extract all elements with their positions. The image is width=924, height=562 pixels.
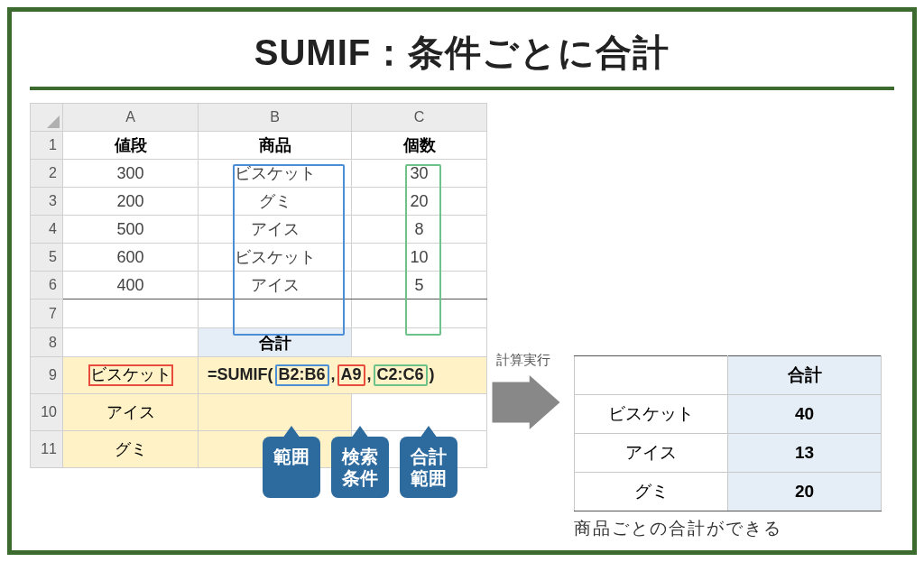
- result-val: 40: [728, 395, 882, 434]
- result-header: 合計: [728, 356, 882, 395]
- cell: 600: [63, 244, 199, 272]
- content-row: A B C 1 値段 商品 個数 2 300 ビスケット 30 3: [12, 103, 912, 540]
- result-name: ビスケット: [575, 395, 728, 434]
- cell: 400: [63, 272, 199, 299]
- result-name: アイス: [575, 434, 728, 473]
- header-price: 値段: [63, 132, 199, 160]
- spreadsheet-wrap: A B C 1 値段 商品 個数 2 300 ビスケット 30 3: [30, 103, 487, 468]
- sheet-corner: [31, 104, 63, 132]
- formula-range: B2:B6: [275, 364, 329, 386]
- cell: 8: [352, 216, 487, 244]
- empty-cell: [352, 299, 487, 328]
- criteria-value: ビスケット: [88, 364, 173, 386]
- header-qty: 個数: [352, 132, 487, 160]
- cell: アイス: [199, 216, 352, 244]
- row-header: 2: [31, 160, 63, 188]
- spreadsheet: A B C 1 値段 商品 個数 2 300 ビスケット 30 3: [30, 103, 487, 468]
- cell: 20: [352, 188, 487, 216]
- col-header-B: B: [199, 104, 352, 132]
- callout-criteria: 検索 条件: [331, 437, 389, 498]
- row-header: 6: [31, 272, 63, 299]
- cell: ビスケット: [199, 160, 352, 188]
- empty-cell: [352, 328, 487, 357]
- col-header-C: C: [352, 104, 487, 132]
- row-header: 11: [31, 430, 63, 467]
- row-header: 8: [31, 328, 63, 357]
- result-val: 20: [728, 473, 882, 511]
- cell: 30: [352, 160, 487, 188]
- empty-cell: [63, 328, 199, 357]
- formula-cell: =SUMIF(B2:B6,A9,C2:C6): [199, 357, 487, 394]
- formula-suffix: ): [428, 365, 437, 383]
- cell: グミ: [199, 188, 352, 216]
- empty-cell: [63, 299, 199, 328]
- slide-title: SUMIF：条件ごとに合計: [12, 12, 912, 87]
- criteria-cell: ビスケット: [63, 357, 199, 394]
- formula-sep: ,: [365, 365, 374, 383]
- callout-range: 範囲: [263, 437, 320, 498]
- callouts: 範囲 検索 条件 合計 範囲: [263, 437, 457, 498]
- cell: 300: [63, 160, 199, 188]
- formula-prefix: =SUMIF(: [206, 365, 275, 383]
- right-panel: 計算実行 合計 ビスケット 40 アイス 13 グミ: [496, 103, 894, 540]
- formula-criteria: A9: [337, 364, 365, 386]
- row-header: 7: [31, 299, 63, 328]
- result-caption: 商品ごとの合計ができる: [574, 517, 782, 540]
- row-header: 9: [31, 357, 63, 394]
- result-blank: [575, 356, 728, 395]
- exec-label: 計算実行: [496, 352, 550, 369]
- header-product: 商品: [199, 132, 352, 160]
- row-header: 3: [31, 188, 63, 216]
- cell: アイス: [63, 393, 199, 430]
- svg-marker-0: [493, 375, 560, 429]
- formula-sumrange: C2:C6: [374, 364, 428, 386]
- cell: [199, 393, 352, 430]
- cell: アイス: [199, 272, 352, 299]
- empty-cell: [199, 299, 352, 328]
- row-header: 1: [31, 132, 63, 160]
- cell: 500: [63, 216, 199, 244]
- row-header: 4: [31, 216, 63, 244]
- result-name: グミ: [575, 473, 728, 511]
- col-header-A: A: [63, 104, 199, 132]
- sum-header-cell: 合計: [199, 328, 352, 357]
- result-val: 13: [728, 434, 882, 473]
- row-header: 5: [31, 244, 63, 272]
- row-header: 10: [31, 393, 63, 430]
- title-underline: [30, 87, 894, 90]
- cell: 200: [63, 188, 199, 216]
- formula-sep: ,: [329, 365, 337, 383]
- cell: グミ: [63, 430, 199, 467]
- result-table: 合計 ビスケット 40 アイス 13 グミ 20: [574, 355, 882, 511]
- cell: 5: [352, 272, 487, 299]
- arrow-icon: [491, 375, 561, 429]
- cell: ビスケット: [199, 244, 352, 272]
- cell: 10: [352, 244, 487, 272]
- slide-frame: SUMIF：条件ごとに合計 A B C 1 値段 商品 個数 2 30: [7, 7, 917, 555]
- callout-sumrange: 合計 範囲: [400, 437, 457, 498]
